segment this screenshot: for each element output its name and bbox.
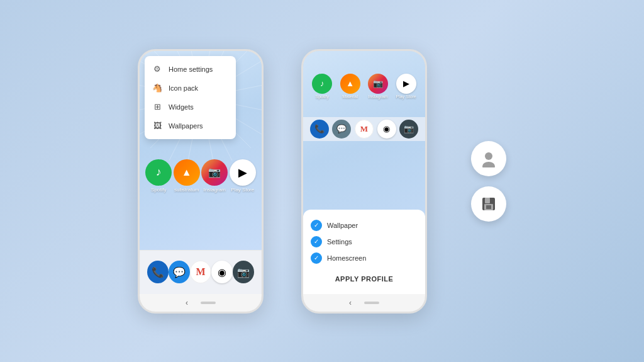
widgets-icon: ⊞ — [152, 102, 162, 112]
app2-material-label: Material — [342, 94, 358, 99]
dock-gmail[interactable]: M — [190, 261, 211, 283]
settings-label: Settings — [327, 238, 352, 246]
app-substratum[interactable]: ▲ substratum — [174, 159, 200, 193]
app2-instagram-label: Instagram — [368, 94, 387, 99]
menu-item-widgets[interactable]: ⊞ Widgets — [145, 98, 236, 116]
dock2-phone[interactable]: 📞 — [310, 120, 329, 139]
phone2-home-indicator[interactable] — [364, 302, 379, 304]
homescreen-label: Homescreen — [327, 254, 366, 262]
menu-item-icon-pack[interactable]: 🐴 Icon pack — [145, 79, 236, 98]
phone-2-screen: ♪ Spotify ▲ Material 📷 Instagram — [303, 51, 425, 294]
dock-phone[interactable]: 📞 — [147, 261, 169, 283]
menu-item-wallpapers[interactable]: 🖼 Wallpapers — [145, 116, 236, 135]
svg-point-20 — [485, 152, 492, 160]
phones-container: ⚙ Home settings 🐴 Icon pack ⊞ Widgets 🖼 … — [138, 49, 506, 314]
app2-playstore[interactable]: ▶ Play Store — [396, 74, 416, 99]
app-playstore[interactable]: ▶ Play Store — [230, 159, 256, 193]
apply-homescreen-item: ✓ Homescreen — [311, 250, 418, 266]
icon-pack-icon: 🐴 — [152, 83, 162, 93]
dock-camera[interactable]: 📷 — [233, 261, 254, 283]
app2-playstore-label: Play Store — [396, 94, 416, 99]
svg-point-21 — [482, 162, 495, 167]
home-indicator[interactable] — [201, 302, 216, 304]
app-spotify[interactable]: ♪ Spotify — [145, 159, 172, 193]
side-buttons — [471, 141, 506, 222]
svg-rect-25 — [486, 205, 491, 209]
menu-item-icon-pack-label: Icon pack — [169, 84, 198, 92]
menu-item-home-settings-label: Home settings — [169, 65, 213, 73]
dock-messages[interactable]: 💬 — [169, 261, 190, 283]
save-button[interactable] — [471, 186, 506, 222]
dock2-gmail[interactable]: M — [355, 120, 374, 139]
menu-item-wallpapers-label: Wallpapers — [169, 122, 203, 130]
profile-icon — [480, 150, 497, 167]
dock2-messages[interactable]: 💬 — [332, 120, 351, 139]
menu-item-home-settings[interactable]: ⚙ Home settings — [145, 60, 236, 79]
profile-button[interactable] — [471, 141, 506, 176]
phone-2-app-row: ♪ Spotify ▲ Material 📷 Instagram — [303, 70, 425, 103]
menu-item-widgets-label: Widgets — [169, 103, 194, 111]
apply-profile-button[interactable]: APPLY PROFILE — [311, 271, 418, 286]
save-icon — [480, 195, 497, 213]
wallpaper-check[interactable]: ✓ — [311, 220, 322, 231]
phone2-back-button[interactable]: ‹ — [349, 298, 352, 307]
app2-material[interactable]: ▲ Material — [340, 74, 360, 99]
wallpapers-icon: 🖼 — [152, 121, 162, 131]
phone-1-app-row: ♪ Spotify ▲ substratum 📷 Instagram — [140, 156, 262, 196]
app-instagram-label: Instagram — [203, 187, 226, 193]
phone-1-screen: ⚙ Home settings 🐴 Icon pack ⊞ Widgets 🖼 … — [140, 51, 262, 250]
apply-wallpaper-item: ✓ Wallpaper — [311, 217, 418, 234]
phone-2: ♪ Spotify ▲ Material 📷 Instagram — [301, 49, 427, 314]
app-instagram[interactable]: 📷 Instagram — [201, 159, 228, 193]
dock2-chrome[interactable]: ◉ — [377, 120, 396, 139]
apply-profile-panel: ✓ Wallpaper ✓ Settings ✓ Homescreen APPL… — [303, 210, 425, 294]
context-menu: ⚙ Home settings 🐴 Icon pack ⊞ Widgets 🖼 … — [145, 56, 236, 139]
phone-1-dock: 📞 💬 M ◉ 📷 — [140, 250, 262, 294]
app2-instagram[interactable]: 📷 Instagram — [368, 74, 388, 99]
apply-profile-label: APPLY PROFILE — [335, 275, 394, 283]
app-spotify-label: Spotify — [151, 187, 166, 193]
apply-settings-item: ✓ Settings — [311, 234, 418, 250]
app-substratum-label: substratum — [174, 187, 199, 193]
wallpaper-label: Wallpaper — [327, 222, 358, 229]
dock-chrome[interactable]: ◉ — [211, 261, 233, 283]
phone-2-dock-row: 📞 💬 M ◉ 📷 — [303, 117, 425, 141]
dock2-camera[interactable]: 📷 — [399, 120, 418, 139]
phone-1-nav: ‹ — [140, 294, 262, 312]
phone-1: ⚙ Home settings 🐴 Icon pack ⊞ Widgets 🖼 … — [138, 49, 264, 314]
settings-check[interactable]: ✓ — [311, 236, 322, 247]
homescreen-check[interactable]: ✓ — [311, 252, 322, 264]
back-button[interactable]: ‹ — [186, 298, 188, 307]
app2-spotify-label: Spotify — [316, 94, 329, 99]
phone-2-nav: ‹ — [303, 294, 425, 312]
app2-spotify[interactable]: ♪ Spotify — [312, 74, 332, 99]
svg-rect-23 — [485, 198, 490, 203]
home-settings-icon: ⚙ — [152, 64, 162, 74]
app-playstore-label: Play Store — [231, 187, 254, 193]
